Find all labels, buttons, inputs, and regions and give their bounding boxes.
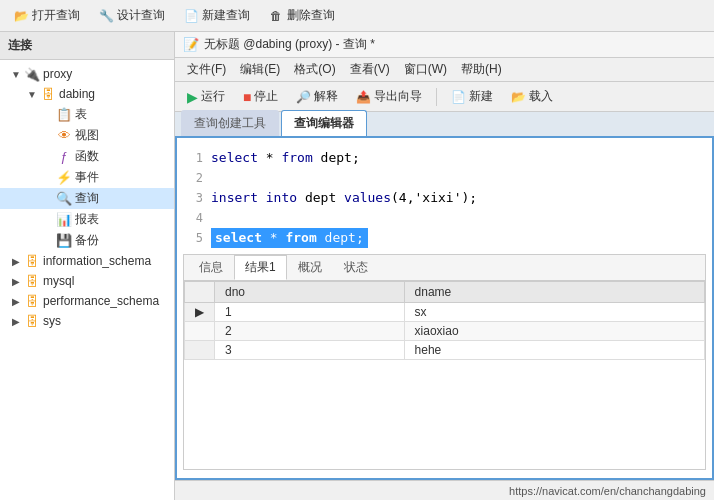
events-label: 事件 — [75, 169, 99, 186]
menu-file[interactable]: 文件(F) — [181, 59, 232, 80]
results-tabs: 信息 结果1 概况 状态 — [184, 255, 705, 281]
functions-label: 函数 — [75, 148, 99, 165]
code-editor[interactable]: 1 select * from dept; 2 3 insert into de… — [183, 146, 706, 250]
sidebar-item-sys[interactable]: ▶ 🗄 sys — [0, 311, 174, 331]
arrow-events — [40, 170, 56, 186]
backup-label: 备份 — [75, 232, 99, 249]
expand-arrow-dabing: ▼ — [24, 86, 40, 102]
line-num-1: 1 — [183, 148, 203, 168]
code-line-2: 2 — [183, 168, 706, 188]
sidebar-item-performance-schema[interactable]: ▶ 🗄 performance_schema — [0, 291, 174, 311]
query-icon: 🔍 — [56, 191, 72, 207]
cell-dname-3: hehe — [404, 341, 704, 360]
menu-view[interactable]: 查看(V) — [344, 59, 396, 80]
load-button[interactable]: 📂 载入 — [505, 85, 559, 108]
code-line-4: 4 — [183, 208, 706, 228]
tables-label: 表 — [75, 106, 87, 123]
line-num-5: 5 — [183, 228, 203, 248]
report-icon: 📊 — [56, 212, 72, 228]
data-table-container: dno dname ▶ 1 sx — [184, 281, 705, 469]
sidebar-item-queries[interactable]: 🔍 查询 — [0, 188, 174, 209]
sidebar-item-reports[interactable]: 📊 报表 — [0, 209, 174, 230]
views-label: 视图 — [75, 127, 99, 144]
function-icon: ƒ — [56, 149, 72, 165]
col-header-dname: dname — [404, 282, 704, 303]
cell-dno-3: 3 — [215, 341, 405, 360]
sidebar-item-mysql[interactable]: ▶ 🗄 mysql — [0, 271, 174, 291]
tab-status[interactable]: 状态 — [333, 255, 379, 280]
sidebar-item-events[interactable]: ⚡ 事件 — [0, 167, 174, 188]
code-line-5: 5 select * from dept; — [183, 228, 706, 248]
delete-query-icon: 🗑 — [268, 8, 284, 24]
table-row: 3 hehe — [185, 341, 705, 360]
arrow-information-schema: ▶ — [8, 253, 24, 269]
export-icon: 📤 — [356, 90, 371, 104]
menu-help[interactable]: 帮助(H) — [455, 59, 508, 80]
sidebar-item-information-schema[interactable]: ▶ 🗄 information_schema — [0, 251, 174, 271]
export-button[interactable]: 📤 导出向导 — [350, 85, 428, 108]
results-area: 信息 结果1 概况 状态 dno dname — [183, 254, 706, 470]
status-text: https://navicat.com/en/chanchangdabing — [509, 485, 706, 497]
db-icon-mysql: 🗄 — [24, 273, 40, 289]
sidebar-item-dabing[interactable]: ▼ 🗄 dabing — [0, 84, 174, 104]
open-query-button[interactable]: 📂 打开查询 — [6, 4, 87, 27]
tab-info[interactable]: 信息 — [188, 255, 234, 280]
design-query-button[interactable]: 🔧 设计查询 — [91, 4, 172, 27]
window-icon: 📝 — [183, 37, 199, 53]
mysql-label: mysql — [43, 274, 74, 288]
explain-button[interactable]: 🔎 解释 — [290, 85, 344, 108]
reports-label: 报表 — [75, 211, 99, 228]
menu-edit[interactable]: 编辑(E) — [234, 59, 286, 80]
sidebar-tree: ▼ 🔌 proxy ▼ 🗄 dabing 📋 表 👁 — [0, 60, 174, 500]
table-icon: 📋 — [56, 107, 72, 123]
query-tabs: 查询创建工具 查询编辑器 — [175, 112, 714, 138]
new-query-button[interactable]: 📄 新建查询 — [176, 4, 257, 27]
load-icon: 📂 — [511, 90, 526, 104]
table-row: ▶ 1 sx — [185, 303, 705, 322]
new-button[interactable]: 📄 新建 — [445, 85, 499, 108]
delete-query-button[interactable]: 🗑 删除查询 — [261, 4, 342, 27]
sidebar-item-views[interactable]: 👁 视图 — [0, 125, 174, 146]
sidebar-item-proxy[interactable]: ▼ 🔌 proxy — [0, 64, 174, 84]
db-icon-info: 🗄 — [24, 253, 40, 269]
code-line-3: 3 insert into dept values(4,'xixi'); — [183, 188, 706, 208]
menu-window[interactable]: 窗口(W) — [398, 59, 453, 80]
status-bar: https://navicat.com/en/chanchangdabing — [175, 480, 714, 500]
sidebar: 连接 ▼ 🔌 proxy ▼ 🗄 dabing 📋 表 — [0, 32, 175, 500]
line-code-4 — [211, 208, 706, 228]
db-icon-sys: 🗄 — [24, 313, 40, 329]
event-icon: ⚡ — [56, 170, 72, 186]
sys-label: sys — [43, 314, 61, 328]
run-icon: ▶ — [187, 89, 198, 105]
tab-query-editor[interactable]: 查询编辑器 — [281, 110, 367, 136]
view-icon: 👁 — [56, 128, 72, 144]
cell-dno-2: 2 — [215, 322, 405, 341]
proxy-label: proxy — [43, 67, 72, 81]
stop-button[interactable]: ■ 停止 — [237, 85, 284, 108]
tab-overview[interactable]: 概况 — [287, 255, 333, 280]
run-button[interactable]: ▶ 运行 — [181, 85, 231, 108]
row-marker-1: ▶ — [185, 303, 215, 322]
sidebar-item-functions[interactable]: ƒ 函数 — [0, 146, 174, 167]
line-code-5: select * from dept; — [211, 228, 706, 248]
window-titlebar: 📝 无标题 @dabing (proxy) - 查询 * — [175, 32, 714, 58]
editor-area: 1 select * from dept; 2 3 insert into de… — [175, 138, 714, 480]
line-code-3: insert into dept values(4,'xixi'); — [211, 188, 706, 208]
tab-result1[interactable]: 结果1 — [234, 255, 287, 280]
col-header-marker — [185, 282, 215, 303]
top-toolbar: 📂 打开查询 🔧 设计查询 📄 新建查询 🗑 删除查询 — [0, 0, 714, 32]
explain-icon: 🔎 — [296, 90, 311, 104]
sidebar-item-backup[interactable]: 💾 备份 — [0, 230, 174, 251]
tab-query-builder[interactable]: 查询创建工具 — [181, 110, 279, 136]
menu-format[interactable]: 格式(O) — [288, 59, 341, 80]
arrow-views — [40, 128, 56, 144]
arrow-tables — [40, 107, 56, 123]
arrow-reports — [40, 212, 56, 228]
cell-dname-2: xiaoxiao — [404, 322, 704, 341]
sidebar-item-tables[interactable]: 📋 表 — [0, 104, 174, 125]
toolbar-separator — [436, 88, 437, 106]
arrow-performance-schema: ▶ — [8, 293, 24, 309]
stop-icon: ■ — [243, 89, 251, 105]
open-query-icon: 📂 — [13, 8, 29, 24]
main-area: 连接 ▼ 🔌 proxy ▼ 🗄 dabing 📋 表 — [0, 32, 714, 500]
